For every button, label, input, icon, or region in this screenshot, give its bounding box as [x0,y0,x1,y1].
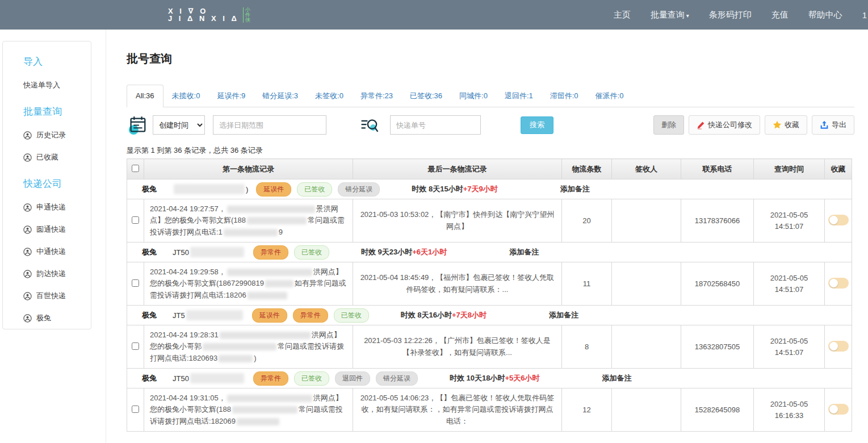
status-badges: 延误件已签收错分延误 [256,182,380,197]
tab-2[interactable]: 延误件:9 [208,85,254,107]
action-button-快递公司修改[interactable]: 快递公司修改 [689,115,760,135]
tab-6[interactable]: 已签收:36 [401,85,451,107]
column-header: 签收人 [612,159,681,179]
duration-extra: +6天1小时 [412,248,447,256]
nav-item-1[interactable]: 批量查询▾ [651,10,689,20]
row-checkbox[interactable] [132,406,139,413]
toggle-knob [829,342,838,350]
sidebar-item[interactable]: 极兔 [23,313,91,323]
nav-item-2[interactable]: 条形码打印 [709,10,752,20]
query-clock: 14:51:07 [754,221,824,232]
search-button[interactable]: 搜索 [521,116,553,134]
tab-9[interactable]: 滞留件:0 [542,85,587,107]
phone-cell: 13178376066 [681,199,754,243]
sidebar-section-heading: 导入 [23,55,91,68]
tracking-prefix: JT5 [173,311,185,320]
last-record-cell: 2021-05-04 18:45:49，【福州市】包裹已签收！签收人凭取件码签收… [353,262,562,306]
sidebar-item[interactable]: 历史记录 [23,130,91,140]
nav-item-4[interactable]: 帮助中心 [808,10,842,20]
tab-7[interactable]: 同城件:0 [451,85,496,107]
sidebar-item[interactable]: 已收藏 [23,152,91,162]
last-record-cell: 2021-05-03 10:53:02，【南宁市】快件到达【南宁兴宁望州网点】 [353,199,562,243]
nav-item-5[interactable]: 1 [862,10,867,20]
redacted-tracking [190,247,244,257]
person-icon [23,248,32,256]
group-header-row: 极兔JT50异常件已签收退回件错分延误时效 10天18小时+5天6小时添加备注 [127,369,852,388]
tab-8[interactable]: 退回件:1 [496,85,542,107]
query-date: 2021-05-05 [754,399,824,410]
action-button-删除[interactable]: 删除 [653,115,684,135]
status-badges: 异常件已签收 [253,245,329,260]
logistics-count-cell: 11 [562,262,612,306]
redacted-tracking [190,373,244,383]
toggle-knob [829,405,838,413]
status-badge: 已签收 [297,182,332,197]
action-label: 导出 [832,120,846,130]
tracking-prefix: JT50 [173,248,189,257]
select-all-checkbox[interactable] [132,165,139,172]
row-checkbox[interactable] [132,342,139,350]
redacted-text [227,395,312,402]
group-header-row: 极兔)延误件已签收错分延误时效 8天15小时+7天9小时添加备注 [127,179,852,199]
row-checkbox[interactable] [132,279,139,287]
phone-cell: 18702568450 [681,262,754,306]
add-note-link[interactable]: 添加备注 [602,373,632,383]
duration-label: 时效 9天23小时+6天1小时 [361,247,447,257]
sidebar-item[interactable]: 韵达快递 [23,269,91,279]
query-time-cell: 2021-05-0516:16:33 [754,388,825,432]
tab-1[interactable]: 未揽收:0 [163,85,209,107]
favorite-cell [825,325,852,369]
sidebar-item[interactable]: 百世快递 [23,291,91,301]
row-select-cell [127,388,144,432]
tab-5[interactable]: 异常件:23 [352,85,401,107]
results-table: 第一条物流记录最后一条物流记录物流条数签收人联系电话查询时间收藏 极兔)延误件已… [127,158,852,432]
sidebar-item-label: 中通快递 [36,246,66,257]
query-date: 2021-05-05 [754,210,824,221]
tab-10[interactable]: 催派件:0 [587,85,632,107]
duration-label: 时效 8天15小时+7天9小时 [412,184,497,194]
action-button-导出[interactable]: 导出 [812,115,854,135]
duration-extra: +7天9小时 [463,185,498,193]
redacted-text [203,343,276,350]
favorite-toggle[interactable] [828,341,849,352]
add-note-link[interactable]: 添加备注 [560,184,590,194]
table-header-row: 第一条物流记录最后一条物流记录物流条数签收人联系电话查询时间收藏 [127,159,852,179]
redacted-text [227,206,315,213]
action-button-收藏[interactable]: 收藏 [765,115,807,135]
sidebar-item[interactable]: 快递单导入 [23,80,91,90]
add-note-link[interactable]: 添加备注 [549,310,578,320]
tab-4[interactable]: 未签收:0 [307,85,352,107]
record-row: 2021-04-24 19:27:57，景洪网点】您的极兔小哥郭文辉(188常问… [127,199,852,243]
favorite-toggle[interactable] [828,278,849,289]
tracking-number: ) [173,184,248,194]
tracking-number-input[interactable] [390,115,481,135]
tab-0[interactable]: All:36 [127,85,163,107]
favorite-toggle[interactable] [828,215,849,225]
nav-item-0[interactable]: 主页 [614,10,631,20]
row-checkbox[interactable] [132,216,139,224]
record-summary: 显示第 1 到第 36 条记录，总共 36 条记录 [127,145,854,156]
logistics-count-cell: 8 [562,325,612,369]
date-type-select[interactable]: 创建时间 [153,115,205,135]
column-header: 收藏 [825,159,852,179]
main-content: 批号查询 All:36未揽收:0延误件:9错分延误:3未签收:0异常件:23已签… [106,30,868,443]
date-range-input[interactable] [213,115,326,135]
group-header-row: 极兔JT5延误件异常件已签收时效 8天16小时+7天8小时添加备注 [127,306,852,325]
sidebar-item[interactable]: 申通快递 [23,202,91,212]
first-record-cell: 2021-04-24 19:27:57，景洪网点】您的极兔小哥郭文辉(188常问… [144,199,353,243]
sidebar-item[interactable]: 圆通快递 [23,224,91,235]
duration-extra: +5天6小时 [505,374,539,382]
redacted-text [265,280,293,287]
tab-3[interactable]: 错分延误:3 [254,85,307,107]
first-record-cell: 2021-04-24 19:31:05，洪网点】您的极兔小哥郭文辉(188常问题… [144,388,353,432]
sidebar-section-heading: 批量查询 [23,105,91,118]
group-header-row: 极兔JT50异常件已签收时效 9天23小时+6天1小时添加备注 [127,243,852,262]
add-note-link[interactable]: 添加备注 [509,247,539,257]
phone-cell: 13632807505 [681,325,754,369]
sidebar-item[interactable]: 中通快递 [23,246,91,257]
favorite-toggle[interactable] [828,404,849,415]
redacted-text [247,217,307,224]
sidebar-item-label: 申通快递 [36,202,66,212]
row-select-cell [127,262,144,306]
nav-item-3[interactable]: 充值 [771,10,789,20]
